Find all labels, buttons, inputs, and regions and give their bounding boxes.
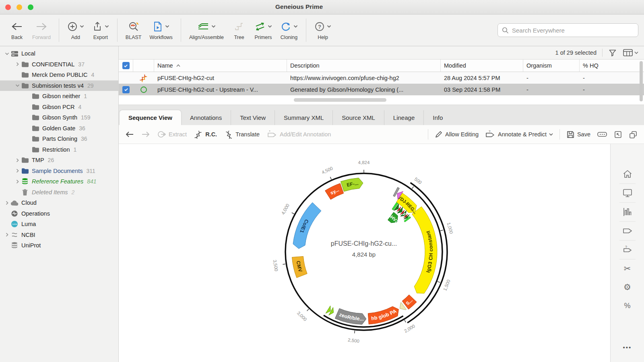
search-box[interactable] — [497, 23, 638, 37]
sidebar-item-parts-cloning[interactable]: Parts Cloning36 — [0, 134, 118, 144]
sidebar-item-reference-features[interactable]: Reference Features841 — [0, 176, 118, 187]
scrollbar-thumb[interactable] — [294, 98, 386, 102]
sidebar-item-sample-documents[interactable]: Sample Documents311 — [0, 166, 118, 177]
add-button[interactable]: Add — [63, 19, 88, 42]
annotate-predict-button[interactable]: ? Annotate & Predict — [485, 130, 553, 139]
sidebar-item-gibson-synth[interactable]: Gibson Synth159 — [0, 112, 118, 123]
advanced-settings-gear-icon[interactable]: ⚙ — [611, 278, 644, 296]
chevron-right-icon[interactable] — [14, 169, 21, 173]
forward-button[interactable]: Forward — [28, 19, 55, 42]
annotations-options-icon[interactable] — [611, 222, 644, 240]
sidebar-item-ncbi[interactable]: NCBI — [0, 230, 118, 241]
column-header-hq[interactable]: % HQ — [580, 60, 624, 72]
column-header-modified[interactable]: Modified — [441, 60, 523, 72]
tab-lineage[interactable]: Lineage — [384, 110, 423, 125]
tab-info[interactable]: Info — [423, 110, 452, 125]
sidebar-item-label: Submission tests v4 — [32, 82, 84, 89]
circular-dna-icon — [133, 86, 154, 94]
table-row-selected[interactable]: pFUSE-CHIg-hG2-cut - Upstream - V... Gen… — [119, 84, 644, 95]
sidebar-item-cloud[interactable]: Cloud — [0, 197, 118, 208]
tab-source-xml[interactable]: Source XML — [332, 110, 384, 125]
extract-button[interactable]: Extract — [157, 130, 187, 139]
export-button[interactable]: Export — [88, 19, 113, 42]
workflows-button[interactable]: Workflows — [145, 19, 176, 42]
sidebar-item-golden-gate[interactable]: Golden Gate36 — [0, 123, 118, 134]
toolbar-separator — [181, 19, 181, 42]
row-checkbox[interactable] — [119, 86, 133, 93]
sequence-viewer[interactable]: EF-...sy...ColE1CMVzeoR/ble...hb glob PA… — [119, 144, 610, 362]
column-header-name[interactable]: Name — [154, 60, 287, 72]
align-assemble-button[interactable]: Align/Assemble — [185, 19, 228, 42]
identity-percent-icon[interactable]: % — [611, 296, 644, 315]
horizontal-scrollbar[interactable] — [119, 97, 644, 105]
restriction-sites-scissors-icon[interactable]: ✂ — [611, 259, 644, 278]
columns-settings-icon[interactable] — [623, 48, 638, 57]
chevron-right-icon[interactable] — [3, 232, 10, 237]
general-options-home-icon[interactable] — [611, 165, 644, 183]
sidebar-item-restriction[interactable]: Restriction1 — [0, 144, 118, 155]
sidebar-item-confidential[interactable]: CONFIDENTIAL37 — [0, 59, 118, 70]
column-header-organism[interactable]: Organism — [523, 60, 580, 72]
seq-back-button[interactable] — [125, 131, 134, 138]
chevron-right-icon[interactable] — [14, 62, 21, 66]
table-row[interactable]: pFUSE-CHIg-hG2-cut https://www.invivogen… — [119, 72, 644, 84]
selection-tool-icon[interactable] — [614, 130, 622, 139]
toolbar-separator — [306, 19, 306, 42]
help-button[interactable]: ? Help — [310, 19, 335, 42]
tab-sequence-view[interactable]: Sequence View — [120, 110, 181, 125]
chevron-down-icon[interactable] — [14, 83, 21, 88]
sidebar-item-gibson-neither[interactable]: Gibson neither1 — [0, 91, 118, 102]
tab-annotations[interactable]: Annotations — [181, 110, 231, 125]
chevron-down-icon[interactable] — [3, 51, 10, 56]
select-all-checkbox[interactable] — [119, 60, 133, 72]
linear-view-toggle-icon[interactable] — [597, 130, 607, 138]
search-input[interactable] — [512, 27, 634, 34]
allow-editing-button[interactable]: Allow Editing — [435, 130, 479, 138]
translate-button[interactable]: Translate — [224, 130, 260, 139]
sidebar-item-deleted-items[interactable]: Deleted Items2 — [0, 187, 118, 198]
folder-icon — [31, 92, 39, 100]
primers-button[interactable]: Primers — [250, 19, 276, 42]
primers-icon — [254, 22, 266, 31]
chevron-right-icon[interactable] — [14, 158, 21, 162]
predict-annotations-icon[interactable]: ? — [611, 241, 644, 259]
graphs-options-icon[interactable] — [611, 203, 644, 221]
column-header-description[interactable]: Description — [287, 60, 441, 72]
sidebar-item-local[interactable]: Local — [0, 48, 118, 59]
sidebar-item-uniprot[interactable]: UniProt — [0, 240, 118, 251]
reverse-complement-button[interactable]: R.C. — [194, 130, 217, 139]
blast-button[interactable]: BLAST — [122, 19, 146, 42]
viewer-options-strip: ? ✂ ⚙ % ••• — [610, 144, 644, 362]
vertical-scrollbar-thumb[interactable] — [640, 61, 643, 101]
chevron-right-icon[interactable] — [3, 201, 10, 205]
sidebar-item-merck-demo-public[interactable]: Merck Demo PUBLIC4 — [0, 70, 118, 80]
sidebar-item-submission-tests-v4[interactable]: Submission tests v429 — [0, 80, 118, 91]
tab-text-view[interactable]: Text View — [231, 110, 275, 125]
plasmid-map[interactable]: EF-...sy...ColE1CMVzeoR/ble...hb glob PA… — [119, 144, 610, 362]
cloning-button[interactable]: Cloning — [276, 19, 302, 42]
duplicate-view-icon[interactable] — [629, 130, 638, 139]
plasmid-feature[interactable] — [326, 306, 330, 313]
uniprot-icon — [10, 241, 19, 249]
seq-forward-button[interactable] — [141, 131, 150, 138]
item-count-badge: 4 — [91, 72, 95, 78]
chevron-right-icon[interactable] — [14, 179, 21, 184]
sidebar-item-tmp[interactable]: TMP26 — [0, 155, 118, 166]
column-header-icon[interactable] — [133, 60, 154, 72]
save-floppy-icon — [566, 130, 575, 139]
chevron-down-icon — [165, 25, 169, 28]
sidebar-item-luma[interactable]: LumaLuma — [0, 219, 118, 230]
add-edit-annotation-button[interactable]: Add/Edit Annotation — [267, 130, 331, 139]
sidebar-item-label: Gibson neither — [42, 93, 80, 99]
save-button[interactable]: Save — [566, 130, 590, 139]
filter-funnel-icon[interactable] — [608, 48, 617, 57]
display-options-icon[interactable] — [611, 184, 644, 202]
tab-summary-xml[interactable]: Summary XML — [275, 110, 332, 125]
more-options-icon[interactable]: ••• — [623, 344, 632, 351]
back-button[interactable]: Back — [6, 19, 28, 42]
document-hq: - — [580, 86, 624, 93]
sidebar-item-gibson-pcr[interactable]: Gibson PCR4 — [0, 102, 118, 113]
tree-button[interactable]: Tree — [228, 19, 250, 42]
sidebar-item-operations[interactable]: Operations — [0, 208, 118, 219]
sidebar-item-label: UniProt — [21, 242, 41, 249]
